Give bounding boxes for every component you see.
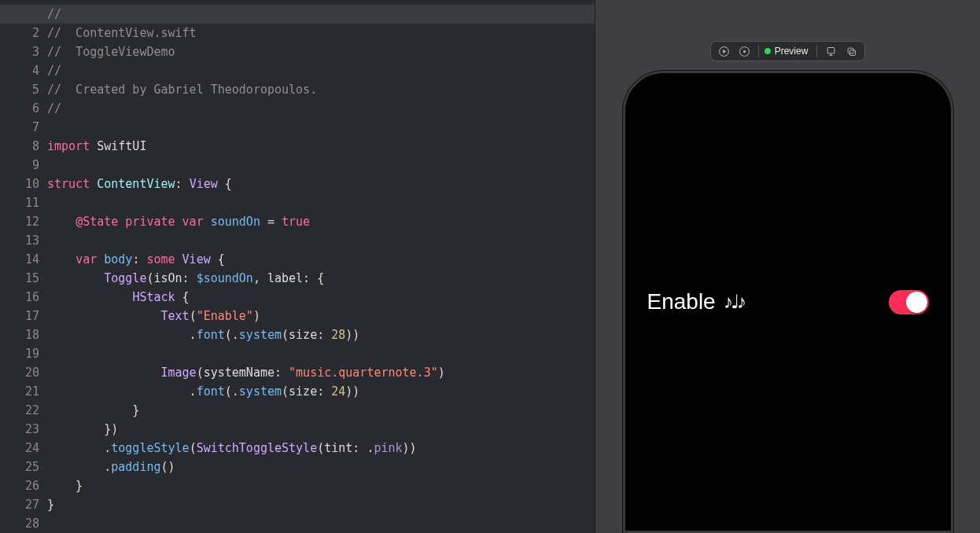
line-number: 10 (0, 175, 39, 193)
code-line[interactable]: Text("Enable") (47, 307, 595, 325)
svg-rect-5 (849, 50, 855, 55)
code-line[interactable]: var body: some View { (47, 250, 595, 269)
code-line[interactable]: // (0, 5, 595, 24)
code-line[interactable]: } (47, 401, 595, 420)
code-line[interactable]: struct ContentView: View { (47, 175, 595, 193)
code-line[interactable]: // Created by Gabriel Theodoropoulos. (47, 80, 595, 99)
code-line[interactable]: Image(systemName: "music.quarternote.3") (47, 363, 595, 382)
sound-toggle-switch[interactable] (889, 290, 929, 314)
line-number: 9 (0, 156, 39, 175)
line-number: 25 (0, 458, 39, 476)
toggle-label: Enable ♪♩♪ (647, 289, 744, 314)
code-line[interactable] (47, 118, 595, 137)
line-number: 24 (0, 439, 39, 458)
code-line[interactable] (47, 231, 595, 250)
line-number: 27 (0, 495, 39, 514)
code-line[interactable]: } (47, 476, 595, 495)
line-number: 8 (0, 137, 39, 156)
code-line[interactable]: .font(.system(size: 28)) (47, 325, 595, 344)
code-line[interactable] (47, 514, 595, 533)
code-line[interactable]: .font(.system(size: 24)) (47, 382, 595, 401)
toolbar-divider (758, 45, 759, 57)
line-number: 23 (0, 420, 39, 439)
line-number: 5 (0, 80, 39, 99)
code-line[interactable] (47, 156, 595, 175)
line-number: 17 (0, 307, 39, 325)
code-line[interactable]: } (47, 495, 595, 514)
live-preview-button[interactable] (715, 43, 734, 59)
line-number: 21 (0, 382, 39, 401)
code-line[interactable]: Toggle(isOn: $soundOn, label: { (47, 269, 595, 288)
selectable-preview-button[interactable] (735, 43, 754, 59)
svg-rect-4 (848, 48, 853, 53)
code-line[interactable]: @State private var soundOn = true (47, 212, 595, 231)
code-line[interactable] (47, 193, 595, 212)
code-line[interactable]: import SwiftUI (47, 137, 595, 156)
toggle-text: Enable (647, 289, 716, 314)
code-line[interactable] (47, 344, 595, 363)
code-area[interactable]: //// ContentView.swift// ToggleViewDemo/… (47, 0, 595, 533)
code-editor[interactable]: 1234567891011121314151617181920212223242… (0, 0, 595, 533)
preview-status[interactable]: Preview (763, 46, 813, 57)
code-line[interactable]: // (47, 99, 595, 118)
line-number: 7 (0, 118, 39, 137)
preview-content: Enable ♪♩♪ (625, 73, 951, 531)
line-number: 26 (0, 476, 39, 495)
code-line[interactable]: // ContentView.swift (47, 24, 595, 42)
svg-point-2 (743, 50, 746, 52)
preview-label-text: Preview (775, 46, 809, 57)
line-gutter: 1234567891011121314151617181920212223242… (0, 0, 47, 533)
line-number: 13 (0, 231, 39, 250)
line-number: 2 (0, 24, 39, 42)
code-line[interactable]: // ToggleViewDemo (47, 42, 595, 61)
code-line[interactable]: // (47, 61, 595, 80)
toolbar-divider (816, 45, 817, 57)
code-line[interactable]: .padding() (47, 458, 595, 476)
preview-pane: Preview Enable ♪♩♪ (595, 0, 980, 533)
code-line[interactable]: HStack { (47, 288, 595, 307)
line-number: 20 (0, 363, 39, 382)
line-number: 28 (0, 514, 39, 533)
line-number: 14 (0, 250, 39, 269)
code-line[interactable]: .toggleStyle(SwitchToggleStyle(tint: .pi… (47, 439, 595, 458)
device-settings-button[interactable] (821, 43, 840, 59)
device-preview[interactable]: Enable ♪♩♪ (623, 71, 953, 533)
line-number: 16 (0, 288, 39, 307)
line-number: 15 (0, 269, 39, 288)
line-number: 11 (0, 193, 39, 212)
line-number: 3 (0, 42, 39, 61)
line-number: 19 (0, 344, 39, 363)
line-number: 18 (0, 325, 39, 344)
line-number: 4 (0, 61, 39, 80)
line-number: 12 (0, 212, 39, 231)
code-line[interactable]: }) (47, 420, 595, 439)
line-number: 6 (0, 99, 39, 118)
switch-knob (906, 292, 927, 313)
preview-toolbar: Preview (710, 41, 866, 61)
svg-rect-3 (827, 47, 834, 53)
line-number: 22 (0, 401, 39, 420)
music-notes-icon: ♪♩♪ (724, 291, 744, 313)
duplicate-preview-button[interactable] (842, 43, 860, 59)
status-dot-icon (764, 48, 771, 54)
